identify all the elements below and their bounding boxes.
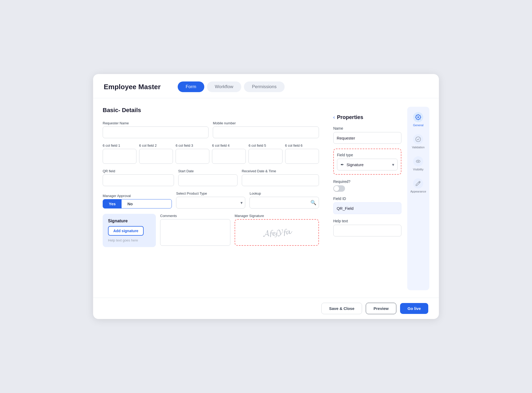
field-6col-6: 6 col field 6: [285, 144, 319, 164]
field-type-select[interactable]: ✒ Signature ▾: [337, 159, 398, 170]
field-lookup: Lookup 🔍: [250, 191, 319, 208]
sidebar-item-visibility[interactable]: Visibility: [413, 156, 424, 171]
main-card: Employee Master Form Workflow Permission…: [93, 74, 439, 319]
panel-title: Properties: [337, 114, 363, 120]
select-product-wrapper: ▾: [176, 197, 245, 208]
right-panel: ‹ Properties Name Field type ✒ Signature…: [327, 107, 429, 290]
tab-workflow[interactable]: Workflow: [207, 81, 242, 92]
tab-permissions[interactable]: Permissions: [244, 81, 285, 92]
approval-buttons: Yes No: [103, 199, 172, 208]
input-6col-5[interactable]: [248, 149, 282, 164]
input-lookup[interactable]: [250, 197, 319, 208]
row-signature: Signature Add signature Help text goes h…: [103, 214, 319, 247]
validation-label: Validation: [412, 146, 425, 149]
label-manager-approval: Manager Approval: [103, 194, 172, 198]
svg-point-2: [418, 161, 419, 162]
label-comments: Comments: [160, 214, 230, 218]
back-arrow-icon[interactable]: ‹: [333, 114, 335, 120]
toggle-wrapper: [333, 185, 401, 192]
lookup-wrapper: 🔍: [250, 197, 319, 208]
tab-group: Form Workflow Permissions: [178, 81, 285, 92]
input-qr[interactable]: [103, 174, 174, 186]
label-6col-5: 6 col field 5: [248, 144, 282, 148]
input-requester-name[interactable]: [103, 126, 209, 138]
preview-button[interactable]: Preview: [366, 303, 396, 314]
field-6col-1: 6 col field 1: [103, 144, 136, 164]
field-comments: Comments: [160, 214, 230, 246]
label-6col-6: 6 col field 6: [285, 144, 319, 148]
label-select-product: Select Product Type: [176, 191, 245, 195]
go-live-button[interactable]: Go live: [400, 303, 428, 314]
field-manager-approval: Manager Approval Yes No: [103, 194, 172, 208]
prop-help-text-group: Help text: [333, 219, 401, 236]
input-comments[interactable]: [160, 219, 230, 246]
prop-help-text-input[interactable]: [333, 225, 401, 236]
row-approval: Manager Approval Yes No Select Product T…: [103, 191, 319, 208]
row-requester: Requester Name Mobile number: [103, 121, 319, 138]
required-toggle[interactable]: [333, 185, 345, 192]
field-6col-4: 6 col field 4: [212, 144, 246, 164]
approval-yes-btn[interactable]: Yes: [103, 199, 122, 208]
label-6col-3: 6 col field 3: [176, 144, 209, 148]
svg-point-0: [416, 137, 421, 142]
visibility-label: Visibility: [413, 168, 424, 171]
label-6col-1: 6 col field 1: [103, 144, 136, 148]
add-signature-btn[interactable]: Add signature: [108, 226, 144, 236]
panel-header: ‹ Properties: [333, 114, 401, 120]
field-id-label: Field ID: [333, 196, 401, 201]
field-manager-sig: Manager Signature 𝓐𝓯𝓮𝓳𝓨𝓯𝓪: [235, 214, 319, 246]
input-6col-4[interactable]: [212, 149, 246, 164]
field-received-date: Received Date & Time: [242, 169, 319, 186]
field-type-arrow-icon: ▾: [392, 162, 394, 167]
row-six-col: 6 col field 1 6 col field 2 6 col field …: [103, 144, 319, 164]
field-requester-name: Requester Name: [103, 121, 209, 138]
prop-required-group: Required?: [333, 179, 401, 192]
input-start-date[interactable]: [178, 174, 238, 186]
input-6col-3[interactable]: [176, 149, 209, 164]
signature-type-icon: ✒: [340, 162, 344, 167]
sidebar-item-general[interactable]: General: [413, 112, 423, 127]
manager-signature-box[interactable]: 𝓐𝓯𝓮𝓳𝓨𝓯𝓪: [235, 219, 319, 246]
label-6col-4: 6 col field 4: [212, 144, 246, 148]
appearance-icon: [413, 178, 423, 189]
prop-field-id-input[interactable]: [333, 202, 401, 214]
body-area: Basic- Details Requester Name Mobile num…: [93, 98, 439, 298]
toggle-thumb: [334, 186, 339, 191]
field-6col-3: 6 col field 3: [176, 144, 209, 164]
input-6col-2[interactable]: [139, 149, 173, 164]
field-start-date: Start Date: [178, 169, 238, 186]
section-title: Basic- Details: [103, 107, 319, 114]
label-6col-2: 6 col field 2: [139, 144, 173, 148]
input-select-product[interactable]: [176, 197, 245, 208]
prop-field-id-group: Field ID: [333, 196, 401, 214]
row-qr: QR field Start Date Received Date & Time: [103, 169, 319, 186]
properties-panel: ‹ Properties Name Field type ✒ Signature…: [327, 107, 407, 290]
required-label: Required?: [333, 179, 401, 184]
help-text-label: Help text: [333, 219, 401, 223]
field-qr: QR field: [103, 169, 174, 186]
field-6col-5: 6 col field 5: [248, 144, 282, 164]
sidebar-item-appearance[interactable]: Appearance: [410, 178, 426, 193]
sidebar-item-validation[interactable]: Validation: [412, 134, 425, 149]
label-mobile-number: Mobile number: [213, 121, 319, 125]
field-type-label: Field type: [337, 153, 398, 157]
label-qr: QR field: [103, 169, 174, 173]
footer: Save & Close Preview Go live: [93, 298, 439, 319]
prop-name-input[interactable]: [333, 132, 401, 144]
visibility-icon: [413, 156, 423, 166]
prop-name-group: Name: [333, 126, 401, 144]
field-6col-2: 6 col field 2: [139, 144, 173, 164]
label-lookup: Lookup: [250, 191, 319, 195]
input-received-date[interactable]: [242, 174, 319, 186]
input-6col-1[interactable]: [103, 149, 136, 164]
tab-form[interactable]: Form: [178, 81, 204, 92]
general-icon: [413, 112, 423, 122]
input-6col-6[interactable]: [285, 149, 319, 164]
approval-no-btn[interactable]: No: [122, 199, 139, 208]
save-close-button[interactable]: Save & Close: [321, 303, 362, 314]
label-received-date: Received Date & Time: [242, 169, 319, 173]
field-select-product: Select Product Type ▾: [176, 191, 245, 208]
input-mobile-number[interactable]: [213, 126, 319, 138]
signature-box: Signature Add signature Help text goes h…: [103, 214, 156, 247]
sidebar-icons: General Validation: [407, 107, 429, 290]
